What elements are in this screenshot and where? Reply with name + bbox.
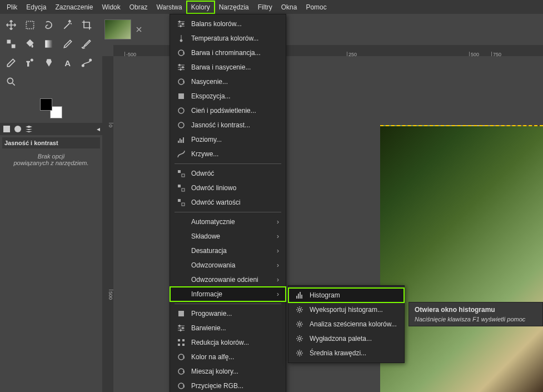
path-tool[interactable]	[78, 54, 96, 72]
layers-tab-icon[interactable]	[24, 125, 33, 133]
color-swatch[interactable]	[40, 98, 62, 118]
menu-item[interactable]: Krzywe...	[170, 147, 286, 161]
g-icon	[177, 48, 186, 57]
menu-item[interactable]: Przycięcie RGB...	[170, 379, 286, 392]
menu-widok[interactable]: Widok	[97, 1, 124, 13]
move-tool[interactable]	[2, 16, 20, 34]
close-image-icon[interactable]	[136, 26, 142, 33]
submenu-arrow-icon: ›	[277, 276, 279, 284]
submenu-item[interactable]: Średnia krawędzi...	[288, 346, 404, 360]
menu-warstwa[interactable]: Warstwa	[152, 1, 186, 13]
menu-item-label: Odwróć	[191, 170, 279, 177]
bucket-tool[interactable]	[21, 35, 39, 53]
transform-tool[interactable]	[2, 35, 20, 53]
menu-item[interactable]: Poziomy...	[170, 132, 286, 147]
menu-item-label: Mieszaj kolory...	[191, 368, 279, 375]
menu-item-label: Krzywe...	[191, 150, 279, 158]
submenu-arrow-icon: ›	[277, 290, 279, 298]
menu-item[interactable]: Jasność i kontrast...	[170, 118, 286, 132]
thumb-strip	[102, 14, 543, 45]
svg-point-4	[31, 59, 33, 62]
menu-plik[interactable]: Plik	[2, 1, 22, 13]
info-submenu: HistogramWyeksportuj histogram...Analiza…	[288, 285, 405, 363]
menubar: PlikEdycjaZaznaczenieWidokObrazWarstwaKo…	[0, 0, 543, 14]
menu-item[interactable]: Barwa i nasycenie...	[170, 60, 286, 75]
menu-edycja[interactable]: Edycja	[22, 1, 51, 13]
menu-obraz[interactable]: Obraz	[125, 1, 152, 13]
swap-icon	[177, 169, 186, 178]
left-panel: A ◂ Jasność i kontrast Brak opcji powiąz…	[0, 14, 102, 392]
pencil-tool[interactable]	[59, 35, 77, 53]
crop-tool[interactable]	[78, 16, 96, 34]
histogram-icon	[295, 291, 304, 300]
menu-item[interactable]: Barwienie...	[170, 321, 286, 335]
menu-item-label: Składowe	[191, 232, 271, 240]
gradient-tool[interactable]	[40, 35, 58, 53]
svg-point-21	[178, 108, 184, 113]
svg-rect-40	[182, 344, 185, 346]
menu-item[interactable]: Odwzorowania›	[170, 258, 286, 272]
blank-icon	[177, 217, 186, 226]
menu-item[interactable]: Temperatura kolorów...	[170, 31, 286, 46]
submenu-item[interactable]: Histogram	[288, 288, 404, 302]
svg-rect-20	[178, 93, 184, 99]
menu-item[interactable]: Ekspozycja...	[170, 89, 286, 103]
menu-item[interactable]: Mieszaj kolory...	[170, 364, 286, 379]
menu-item[interactable]: Odwróć liniowo	[170, 181, 286, 195]
svg-point-34	[179, 325, 181, 327]
svg-rect-32	[182, 203, 185, 206]
g-icon	[177, 77, 186, 86]
tool-options-line1: Brak opcji	[7, 153, 96, 160]
svg-rect-0	[26, 21, 33, 28]
svg-point-11	[179, 21, 181, 23]
brush-tool[interactable]	[78, 35, 96, 53]
svg-text:A: A	[64, 58, 71, 68]
submenu-item[interactable]: Wyeksportuj histogram...	[288, 302, 404, 317]
menu-item[interactable]: Odwróć wartości	[170, 195, 286, 210]
image-thumbnail[interactable]	[104, 19, 131, 39]
swap-icon	[177, 183, 186, 192]
tooltip: Otwiera okno histogramu Naciśnięcie klaw…	[409, 302, 543, 326]
free-select-tool[interactable]	[40, 16, 58, 34]
square-icon	[177, 92, 186, 101]
submenu-item[interactable]: Analiza sześcienna kolorów...	[288, 317, 404, 331]
fg-color[interactable]	[40, 98, 52, 111]
menu-item[interactable]: Automatycznie›	[170, 215, 286, 229]
menu-item[interactable]: Informacje›	[170, 287, 286, 301]
dock-menu-icon[interactable]: ◂	[97, 125, 100, 133]
svg-point-22	[178, 122, 184, 128]
menu-item[interactable]: Progowanie...	[170, 306, 286, 321]
menu-item[interactable]: Nasycenie...	[170, 75, 286, 89]
menu-item[interactable]: Kolor na alfę...	[170, 350, 286, 364]
tool-options-tab-icon[interactable]	[2, 125, 11, 133]
menu-item[interactable]: Balans kolorów...	[170, 17, 286, 31]
menu-item[interactable]: Barwa i chrominancja...	[170, 46, 286, 60]
wand-tool[interactable]	[59, 16, 77, 34]
menu-item[interactable]: Składowe›	[170, 229, 286, 244]
device-tab-icon[interactable]	[13, 125, 22, 133]
menu-filtry[interactable]: Filtry	[253, 1, 277, 13]
clone-tool[interactable]	[21, 54, 39, 72]
smudge-tool[interactable]	[40, 54, 58, 72]
menu-item[interactable]: Odwróć	[170, 166, 286, 181]
svg-rect-29	[178, 185, 181, 187]
rect-select-tool[interactable]	[21, 16, 39, 34]
menu-item[interactable]: Cień i podświetlenie...	[170, 103, 286, 118]
menu-item[interactable]: Redukcja kolorów...	[170, 335, 286, 350]
menu-kolory[interactable]: Kolory	[187, 1, 215, 13]
menu-item-label: Jasność i kontrast...	[191, 121, 279, 129]
menu-item[interactable]: Desaturacja›	[170, 244, 286, 258]
zoom-tool[interactable]	[2, 73, 20, 91]
submenu-item[interactable]: Wygładzona paleta...	[288, 331, 404, 346]
blank-icon	[177, 246, 186, 255]
menu-pomoc[interactable]: Pomoc	[301, 1, 331, 13]
menu-item[interactable]: Odwzorowanie odcieni›	[170, 272, 286, 287]
text-tool[interactable]: A	[59, 54, 77, 72]
menu-zaznaczenie[interactable]: Zaznaczenie	[51, 1, 97, 13]
menu-narzędzia[interactable]: Narzędzia	[215, 1, 253, 13]
menu-okna[interactable]: Okna	[277, 1, 302, 13]
eraser-tool[interactable]	[2, 54, 20, 72]
sliders-icon	[177, 324, 186, 333]
svg-point-50	[298, 338, 301, 340]
tooltip-body: Naciśnięcie klawisza F1 wyświetli pomoc	[415, 316, 537, 322]
